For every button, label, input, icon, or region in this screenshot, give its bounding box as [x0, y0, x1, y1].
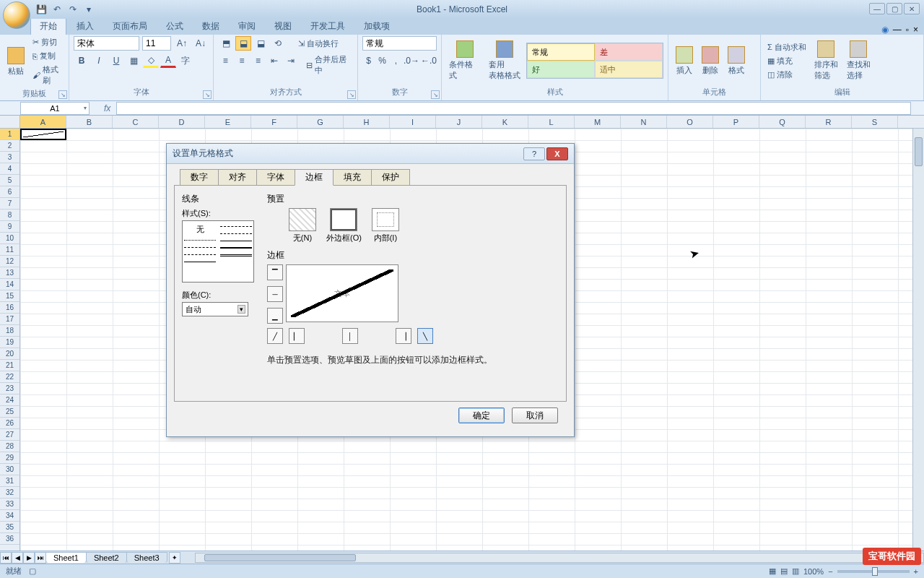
orientation-button[interactable]: ⟲	[270, 36, 286, 51]
row-header-33[interactable]: 33	[0, 499, 19, 510]
row-header-1[interactable]: 1	[0, 129, 19, 140]
col-header-S[interactable]: S	[852, 116, 898, 128]
dlg-tab-fill[interactable]: 填充	[333, 169, 372, 186]
row-header-14[interactable]: 14	[0, 279, 19, 290]
save-icon[interactable]: 💾	[35, 3, 48, 16]
tab-formulas[interactable]: 公式	[157, 18, 192, 35]
conditional-format-button[interactable]: 条件格式	[446, 39, 483, 82]
vertical-scrollbar[interactable]	[912, 129, 924, 551]
zoom-in-button[interactable]: +	[914, 567, 918, 576]
row-header-2[interactable]: 2	[0, 140, 19, 152]
sheet-tab-3[interactable]: Sheet3	[126, 552, 167, 563]
border-bottom-button[interactable]: ▁	[267, 308, 283, 324]
line-style-none[interactable]: 无	[184, 223, 216, 236]
col-header-P[interactable]: P	[713, 116, 759, 128]
zoom-level[interactable]: 100%	[803, 567, 824, 576]
tab-page-layout[interactable]: 页面布局	[104, 18, 156, 35]
preset-none[interactable]: 无(N)	[289, 208, 316, 243]
row-header-18[interactable]: 18	[0, 325, 19, 337]
row-header-11[interactable]: 11	[0, 244, 19, 256]
dlg-tab-border[interactable]: 边框	[295, 169, 334, 186]
dlg-tab-font[interactable]: 字体	[256, 169, 295, 186]
row-header-30[interactable]: 30	[0, 464, 19, 475]
dialog-ok-button[interactable]: 确定	[458, 407, 505, 423]
line-style-dashed2[interactable]	[184, 251, 216, 258]
comma-button[interactable]: ,	[390, 53, 402, 68]
maximize-button[interactable]: ▢	[886, 3, 902, 14]
line-style-double[interactable]	[220, 251, 252, 259]
row-header-32[interactable]: 32	[0, 487, 19, 499]
dlg-tab-number[interactable]: 数字	[180, 169, 219, 186]
font-name-combo[interactable]: 宋体	[74, 36, 139, 51]
line-style-dotted[interactable]	[184, 236, 216, 243]
line-style-thin[interactable]	[184, 258, 216, 265]
col-header-D[interactable]: D	[159, 116, 205, 128]
next-sheet-button[interactable]: ▶	[23, 552, 35, 564]
new-sheet-button[interactable]: ✦	[169, 552, 180, 564]
preset-outline[interactable]: 外边框(O)	[326, 208, 362, 243]
align-center[interactable]: ≡	[235, 53, 250, 68]
row-header-19[interactable]: 19	[0, 337, 19, 348]
zoom-out-button[interactable]: −	[828, 567, 832, 576]
dlg-tab-protection[interactable]: 保护	[371, 169, 410, 186]
col-header-E[interactable]: E	[205, 116, 251, 128]
col-header-C[interactable]: C	[113, 116, 159, 128]
tab-home[interactable]: 开始	[30, 17, 66, 35]
view-layout-icon[interactable]: ▤	[780, 566, 788, 576]
align-middle[interactable]: ⬓	[235, 36, 251, 51]
mdi-minimize[interactable]: —	[893, 25, 902, 35]
border-left-button[interactable]: ▏	[289, 328, 305, 344]
dialog-help-button[interactable]: ?	[523, 147, 545, 160]
sheet-tab-2[interactable]: Sheet2	[86, 552, 127, 563]
active-cell-a1[interactable]	[20, 129, 66, 140]
col-header-M[interactable]: M	[575, 116, 621, 128]
line-style-thick[interactable]	[220, 244, 252, 251]
find-select-button[interactable]: 查找和 选择	[844, 39, 873, 82]
border-hmiddle-button[interactable]: ─	[267, 286, 283, 302]
row-header-13[interactable]: 13	[0, 267, 19, 279]
percent-button[interactable]: %	[376, 53, 388, 68]
row-header-22[interactable]: 22	[0, 371, 19, 383]
first-sheet-button[interactable]: ⏮	[0, 552, 12, 564]
col-header-G[interactable]: G	[297, 116, 344, 128]
font-launcher[interactable]: ↘	[203, 90, 212, 99]
row-header-31[interactable]: 31	[0, 475, 19, 487]
minimize-button[interactable]: —	[869, 3, 885, 14]
col-header-B[interactable]: B	[66, 116, 113, 128]
alignment-launcher[interactable]: ↘	[347, 90, 356, 99]
redo-icon[interactable]: ↷	[66, 3, 79, 16]
wrap-text-button[interactable]: ⇲自动换行	[296, 36, 341, 51]
select-all-corner[interactable]	[0, 116, 20, 128]
font-size-combo[interactable]: 11	[142, 36, 171, 51]
line-style-list[interactable]: 无	[182, 220, 254, 282]
clipboard-launcher[interactable]: ↘	[58, 90, 67, 99]
col-header-N[interactable]: N	[621, 116, 667, 128]
line-style-medium[interactable]	[220, 237, 252, 244]
fill-color-button[interactable]: ◇	[143, 53, 159, 68]
row-header-35[interactable]: 35	[0, 522, 19, 533]
increase-decimal[interactable]: .0→	[404, 53, 419, 68]
cell-styles-gallery[interactable]: 常规 差 好 适中	[526, 43, 663, 79]
border-diag-up-button[interactable]: ╱	[267, 328, 283, 344]
tab-view[interactable]: 视图	[266, 18, 300, 35]
format-cells-button[interactable]: 格式	[725, 45, 748, 77]
dialog-cancel-button[interactable]: 取消	[512, 407, 558, 423]
col-header-H[interactable]: H	[344, 116, 390, 128]
shrink-font-icon[interactable]: A↓	[193, 36, 209, 51]
align-left[interactable]: ≡	[218, 53, 233, 68]
col-header-I[interactable]: I	[390, 116, 436, 128]
col-header-F[interactable]: F	[251, 116, 297, 128]
border-preview[interactable]: 文本	[286, 264, 398, 322]
view-break-icon[interactable]: ▥	[792, 566, 799, 576]
align-bottom[interactable]: ⬓	[253, 36, 269, 51]
row-header-10[interactable]: 10	[0, 233, 19, 244]
view-normal-icon[interactable]: ▦	[769, 566, 776, 576]
mdi-close[interactable]: ×	[913, 25, 918, 35]
row-header-3[interactable]: 3	[0, 152, 19, 163]
border-right-button[interactable]: ▕	[396, 328, 411, 344]
row-header-17[interactable]: 17	[0, 314, 19, 325]
row-header-21[interactable]: 21	[0, 360, 19, 371]
delete-cells-button[interactable]: 删除	[699, 45, 722, 77]
row-header-16[interactable]: 16	[0, 302, 19, 314]
fx-icon[interactable]: fx	[104, 103, 110, 113]
